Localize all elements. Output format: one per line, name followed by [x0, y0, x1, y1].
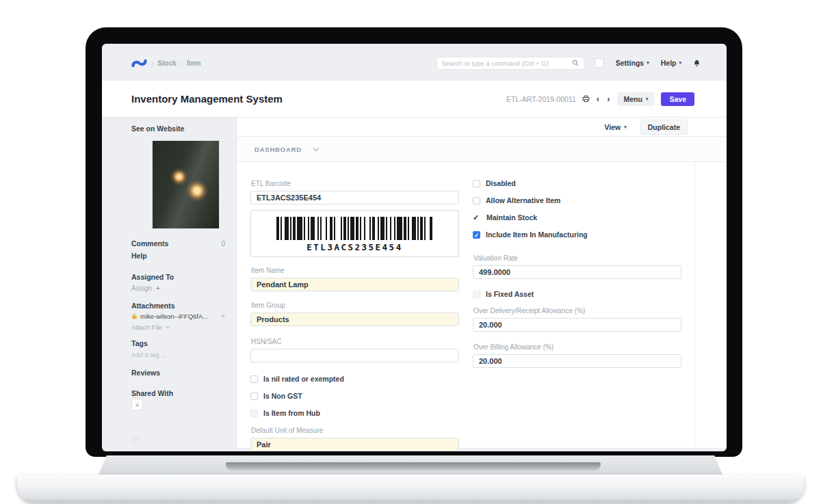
default-uom-label: Default Unit of Measure — [251, 427, 459, 434]
comments-label: Comments — [131, 239, 168, 248]
form-sidebar: See on Website Comments 0 Help Assigned … — [102, 118, 236, 451]
item-group-field[interactable]: Products — [250, 313, 459, 326]
checkbox-allow-alternative-item[interactable]: Allow Alternative Item — [473, 196, 681, 204]
breadcrumb-item[interactable]: Item — [187, 59, 201, 67]
breadcrumb-separator: › — [151, 59, 153, 67]
settings-label: Settings — [616, 59, 644, 67]
checkbox-label: Disabled — [486, 179, 516, 187]
plus-icon: + — [156, 284, 160, 292]
add-tag-input[interactable]: Add a tag ... — [131, 351, 225, 358]
app-logo[interactable] — [131, 58, 147, 68]
comments-count-badge: 0 — [221, 240, 225, 248]
add-share-button[interactable]: + — [131, 399, 143, 410]
checkbox-icon — [473, 197, 480, 204]
checkmark-icon: ✓ — [473, 214, 481, 222]
checkbox-is-non-gst[interactable]: Is Non GST — [250, 392, 459, 400]
chevron-down-icon: ▾ — [679, 60, 681, 66]
hsn-sac-field[interactable] — [250, 349, 459, 362]
view-label: View — [604, 123, 621, 131]
global-search[interactable] — [436, 57, 584, 70]
checkbox-icon — [250, 393, 258, 400]
etl-barcode-field[interactable]: ETL3ACS235E454 — [250, 191, 459, 204]
plus-icon: + — [166, 323, 170, 331]
save-button[interactable]: Save — [661, 92, 694, 106]
top-navbar: › Stock › Item Settings ▾ Help ▾ — [131, 55, 701, 71]
menu-button-label: Menu — [624, 95, 642, 103]
page-header: Inventory Management System ETL-ART-2019… — [102, 81, 727, 118]
attachment-row[interactable]: mike-wilson--iFFQ6fA... × — [131, 313, 225, 320]
comments-link[interactable]: Comments 0 — [131, 239, 225, 248]
menu-button[interactable]: Menu ▾ — [617, 92, 655, 106]
over-delivery-value: 20.000 — [479, 321, 502, 329]
valuation-rate-field[interactable]: 499.0000 — [473, 265, 681, 279]
app-body: See on Website Comments 0 Help Assigned … — [102, 118, 727, 451]
chevron-down-icon: ▾ — [646, 96, 649, 102]
see-on-website-link[interactable]: See on Website — [131, 124, 225, 133]
checkbox-is-nil-rated[interactable]: Is nil rated or exempted — [250, 375, 459, 383]
barcode-caption: ETL3ACS235E454 — [259, 242, 450, 252]
checkbox-label: Maintain Stock — [486, 213, 537, 222]
previous-document-button[interactable]: ‹ — [596, 94, 600, 103]
unlock-icon[interactable] — [131, 313, 138, 319]
checkbox-label: Allow Alternative Item — [486, 196, 560, 204]
checkbox-label: Is nil rated or exempted — [263, 375, 344, 383]
barcode-box: ETL3ACS235E454 — [250, 210, 459, 257]
laptop-hinge-groove — [226, 462, 601, 470]
view-button[interactable]: View ▾ — [597, 120, 633, 134]
form-main-card: View ▾ Duplicate DASHBOARD ETL Barcode — [236, 118, 727, 448]
dashboard-section-header[interactable]: DASHBOARD — [237, 137, 727, 162]
form-toolbar: View ▾ Duplicate — [237, 118, 727, 137]
laptop-base — [17, 475, 804, 503]
next-document-button[interactable]: › — [606, 94, 610, 103]
checkbox-icon — [473, 180, 480, 187]
duplicate-button[interactable]: Duplicate — [640, 120, 688, 135]
search-icon — [572, 59, 579, 66]
checkbox-icon — [473, 291, 480, 298]
search-input[interactable] — [442, 59, 572, 67]
checkbox-is-fixed-asset[interactable]: Is Fixed Asset — [473, 290, 681, 298]
attach-file-button[interactable]: Attach File + — [131, 323, 225, 331]
checkbox-icon — [250, 375, 258, 383]
attachment-filename[interactable]: mike-wilson--iFFQ6fA... — [140, 313, 208, 320]
form-left-column: ETL Barcode ETL3ACS235E454 ETL3ACS235E45… — [250, 171, 459, 451]
notifications-bell-icon[interactable] — [693, 59, 701, 67]
checkbox-maintain-stock[interactable]: ✓ Maintain Stock — [473, 213, 681, 222]
barcode-image — [259, 217, 450, 240]
chevron-down-icon: ▾ — [647, 60, 649, 66]
checkbox-is-item-from-hub[interactable]: Is Item from Hub — [250, 409, 459, 417]
default-uom-value: Pair — [257, 440, 271, 449]
valuation-rate-label: Valuation Rate — [473, 254, 681, 262]
print-icon[interactable] — [582, 95, 590, 103]
item-name-value: Pendant Lamp — [257, 280, 309, 289]
reviews-heading: Reviews — [131, 369, 225, 377]
chevron-down-icon: ▾ — [624, 124, 627, 130]
over-delivery-field[interactable]: 20.000 — [473, 318, 681, 332]
like-heart-icon[interactable]: ♡ — [131, 436, 140, 446]
breadcrumb-separator: › — [181, 59, 183, 67]
assign-button[interactable]: Assign + — [131, 284, 225, 292]
item-image[interactable] — [152, 140, 220, 229]
document-id: ETL-ART-2019-00011 — [506, 95, 576, 103]
remove-attachment-icon[interactable]: × — [221, 313, 225, 320]
over-billing-label: Over Billing Allowance (%) — [473, 343, 681, 351]
over-billing-field[interactable]: 20.000 — [473, 354, 681, 368]
breadcrumb-stock[interactable]: Stock — [157, 59, 176, 67]
valuation-rate-value: 499.0000 — [479, 268, 510, 276]
tags-heading: Tags — [131, 339, 225, 347]
item-name-field[interactable]: Pendant Lamp — [250, 278, 459, 291]
checkbox-include-item-in-manufacturing[interactable]: ✓ Include Item In Manufacturing — [473, 230, 681, 239]
chevron-down-icon — [313, 145, 319, 150]
checkbox-disabled[interactable]: Disabled — [473, 179, 681, 187]
help-link[interactable]: Help — [131, 252, 225, 260]
user-avatar[interactable] — [595, 58, 604, 68]
settings-menu[interactable]: Settings ▾ — [616, 59, 649, 67]
help-menu[interactable]: Help ▾ — [661, 59, 681, 67]
item-group-value: Products — [257, 315, 289, 323]
checkbox-checked-icon: ✓ — [473, 231, 480, 239]
over-billing-value: 20.000 — [479, 357, 502, 365]
assigned-to-heading: Assigned To — [131, 273, 225, 281]
attachments-heading: Attachments — [131, 302, 225, 310]
default-uom-field[interactable]: Pair — [250, 438, 459, 451]
hsn-sac-label: HSN/SAC — [251, 338, 459, 345]
item-name-label: Item Name — [251, 267, 459, 274]
